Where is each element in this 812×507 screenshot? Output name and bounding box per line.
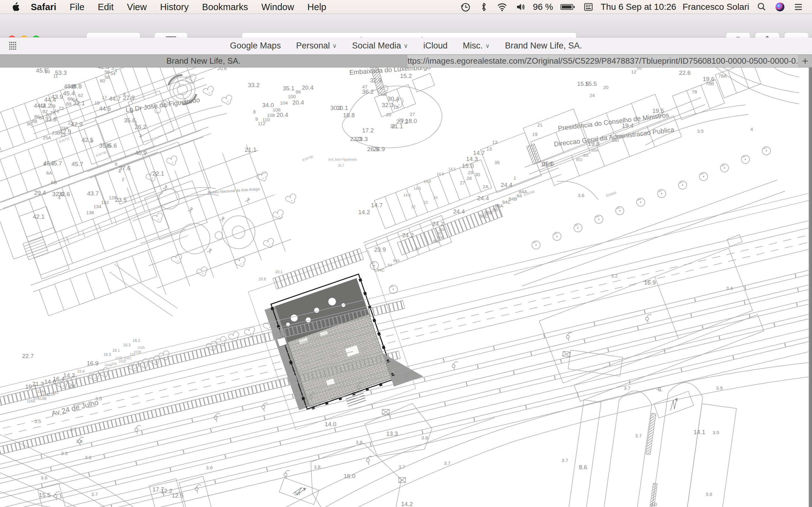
map-label: 112 [258, 121, 265, 126]
map-label: 25A [43, 135, 51, 140]
tab-blueprint-url[interactable]: https://images.egorealestate.com/ZOrigin… [407, 55, 798, 67]
tab-bar: Brand New Life, SA. https://images.egore… [0, 55, 812, 67]
menu-item-bookmarks[interactable]: Bookmarks [195, 0, 255, 14]
bookmarks-bar: Google MapsPersonal∨Social Media∨iCloudM… [0, 38, 812, 55]
map-label: 90C [433, 239, 440, 244]
menu-status-area: 96 % Thu 6 Sep at 10:26 Francesco Solari [456, 2, 812, 12]
map-label: 35 [495, 160, 500, 165]
menu-item-help[interactable]: Help [301, 0, 333, 14]
map-label: 18.1 [275, 270, 283, 274]
map-label: 24.2 [402, 232, 414, 239]
menu-item-file[interactable]: File [63, 0, 91, 14]
map-label: 43.7 [87, 190, 99, 197]
notification-center-icon[interactable] [793, 2, 804, 12]
map-label: 3.5 [697, 128, 704, 134]
map-label: 3.7 [294, 491, 301, 496]
map-label: 94C [377, 268, 385, 273]
map-label: 3.4 [76, 439, 83, 444]
keyboard-icon[interactable] [583, 2, 594, 12]
chevron-down-icon: ∨ [333, 42, 337, 49]
bookmark-personal[interactable]: Personal∨ [289, 41, 345, 51]
map-label: 16.1 [112, 348, 120, 353]
map-label: 20.8 [217, 67, 226, 71]
map-label: 80G [612, 138, 619, 143]
map-label: 104A [104, 363, 112, 367]
map-label: 20.4 [293, 99, 304, 106]
bookmark-icloud[interactable]: iCloud [416, 41, 455, 51]
map-label: 30 [475, 172, 480, 177]
map-label: -6. [656, 386, 663, 393]
bookmarks-grid-icon[interactable] [9, 42, 18, 50]
map-label: 86 [493, 207, 498, 212]
map-label: 116A [27, 399, 35, 403]
map-label: 8.6 [579, 464, 587, 470]
map-label: 3.6 [578, 193, 585, 198]
map-label: 114B [38, 396, 46, 401]
bookmarks-items: Google MapsPersonal∨Social Media∨iCloudM… [222, 41, 590, 51]
siri-icon[interactable] [774, 2, 785, 12]
map-label: 15.2 [400, 72, 412, 79]
map-label: 80J [576, 158, 582, 162]
map-label: 20.6 [258, 277, 266, 281]
map-label: 19.4 [622, 122, 634, 129]
map-label: 6A [46, 170, 52, 176]
map-label: 32.9 [370, 77, 382, 83]
map-label: 3.6 [41, 475, 48, 481]
bookmark-brand-new-life-sa-[interactable]: Brand New Life, SA. [497, 41, 590, 51]
menu-user[interactable]: Francesco Solari [682, 2, 749, 12]
map-label: 78B [706, 81, 714, 86]
map-label: 15.5 [542, 160, 554, 167]
map-label: 28 [467, 176, 472, 181]
map-label: 26.2 [135, 124, 147, 130]
map-label: 48.8 [70, 83, 82, 90]
map-label: 3.6 [85, 455, 92, 460]
chevron-down-icon: ∨ [485, 42, 490, 49]
menu-item-view[interactable]: View [120, 0, 153, 14]
map-label: 90 [437, 231, 441, 236]
bookmark-social-media[interactable]: Social Media∨ [345, 41, 416, 51]
battery-icon[interactable] [560, 2, 575, 12]
menu-item-window[interactable]: Window [255, 0, 301, 14]
apple-icon[interactable] [11, 2, 20, 12]
map-label: 14.8 [437, 172, 444, 176]
page-content: 45.613151153.348.848.845.443.944.444.244… [0, 67, 812, 507]
map-label: 13.3 [386, 430, 398, 437]
volume-icon[interactable] [515, 2, 526, 12]
map-label: 34.0 [262, 102, 274, 108]
map-label: 3 [90, 138, 93, 144]
map-label: 24.4 [453, 208, 465, 215]
chevron-down-icon: ∨ [404, 42, 408, 49]
map-label: E33666 [606, 191, 617, 198]
menu-datetime[interactable]: Thu 6 Sep at 10:26 [601, 2, 676, 12]
menu-item-safari[interactable]: Safari [24, 0, 63, 14]
map-label: 15.0 [462, 163, 474, 169]
map-label: Lg Dr Jose de Figueiredo [125, 96, 200, 114]
tab-brand-new-life[interactable]: Brand New Life, SA. [0, 55, 407, 67]
bookmark-misc-[interactable]: Misc.∨ [455, 41, 497, 51]
map-label: 23.5 [115, 196, 127, 203]
bluetooth-icon[interactable] [478, 2, 489, 12]
bookmark-google-maps[interactable]: Google Maps [222, 41, 289, 51]
menu-item-edit[interactable]: Edit [91, 0, 120, 14]
time-machine-icon[interactable] [460, 2, 471, 12]
spotlight-icon[interactable] [756, 2, 767, 12]
tab-title: https://images.egorealestate.com/ZOrigin… [407, 56, 798, 66]
map-label: 42.9 [71, 121, 83, 128]
map-label: 14.7 [473, 150, 485, 156]
map-label: 17 [102, 95, 107, 100]
map-label: 22.7 [22, 353, 34, 359]
wifi-icon[interactable] [497, 2, 507, 12]
map-label: 60 [100, 78, 105, 83]
new-tab-button[interactable]: + [798, 55, 812, 67]
menu-item-history[interactable]: History [154, 0, 195, 14]
map-label: 84C [502, 199, 511, 205]
map-label: 21.3 [32, 381, 44, 387]
map-label: 45.7 [72, 161, 84, 167]
map-label: 104 [280, 100, 288, 106]
map-label: 18.8 [343, 112, 355, 118]
map-label: 4 [751, 126, 753, 132]
map-label: 44.5 [99, 105, 111, 112]
map-label: 78A [718, 73, 727, 78]
map-label: 22 [411, 205, 415, 209]
blueprint-image[interactable]: 45.613151153.348.848.845.443.944.444.244… [0, 67, 809, 507]
